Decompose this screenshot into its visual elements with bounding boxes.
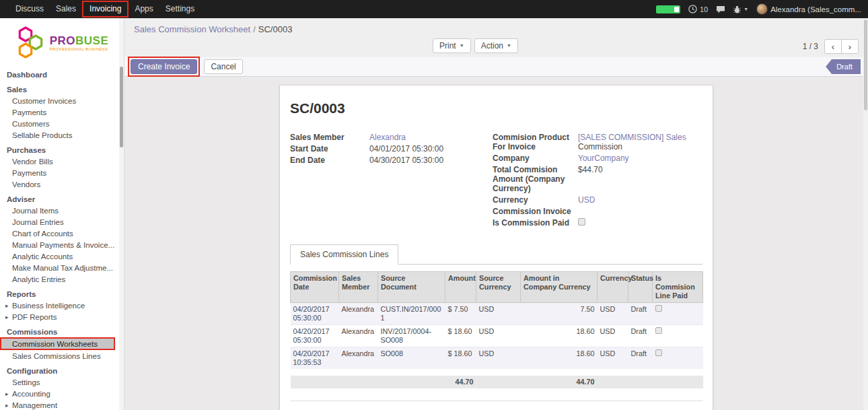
sidebar-section-adviser[interactable]: Adviser [0, 190, 124, 205]
chevron-down-icon: ▼ [507, 41, 511, 50]
chevron-down-icon: ▼ [460, 41, 464, 50]
column-header-is-commission-line-paid[interactable]: Is Commision Line Paid [653, 272, 703, 303]
sidebar-item-manual-payments-invoice[interactable]: Manual Payments & Invoice... [0, 239, 124, 250]
column-header-source-currency[interactable]: Source Currency [476, 272, 521, 303]
pager-next-button[interactable]: › [841, 39, 859, 54]
cell-source-currency: USD [476, 325, 521, 347]
column-header-commission-date[interactable]: Commission Date [291, 272, 339, 303]
sidebar-item-journal-items[interactable]: Journal Items [0, 205, 124, 216]
debug-menu[interactable]: ▼ [733, 5, 748, 13]
cancel-button[interactable]: Cancel [204, 59, 242, 74]
column-header-sales-member[interactable]: Sales Member [339, 272, 378, 303]
sidebar-item-accounting[interactable]: ▸Accounting [0, 388, 124, 399]
sidebar-section-sales[interactable]: Sales [0, 80, 124, 95]
user-menu[interactable]: Alexandra (Sales_comm... [756, 3, 861, 15]
logo-word: PROBUSE [50, 35, 109, 47]
line-paid-checkbox [655, 305, 662, 312]
clock-icon [688, 5, 697, 13]
status-badge: Draft [826, 59, 861, 74]
sidebar-scrollbar[interactable] [119, 18, 124, 410]
field-label: Commission Invoice [493, 207, 578, 216]
sidebar-item-sellable-products[interactable]: Sellable Products [0, 129, 124, 141]
sidebar-item-pdf-reports[interactable]: ▸PDF Reports [0, 311, 124, 322]
create-invoice-button[interactable]: Create Invoice [131, 59, 197, 74]
is-commission-paid-checkbox [578, 218, 585, 226]
sidebar-item-settings[interactable]: Settings [0, 376, 124, 388]
sidebar-item-label: Journal Entries [12, 217, 64, 227]
table-row[interactable]: 04/20/2017 05:30:00 Alexandra INV/2017/0… [291, 325, 703, 347]
sales-member-link[interactable]: Alexandra [369, 133, 406, 142]
sidebar-item-label: Journal Items [12, 206, 59, 215]
sidebar-section-reports[interactable]: Reports [0, 285, 124, 300]
nav-menu-invoicing[interactable]: Invoicing [83, 2, 127, 16]
sidebar-item-label: Management [12, 401, 57, 410]
sidebar-section-purchases[interactable]: Purchases [0, 141, 124, 156]
column-header-amount-company-currency[interactable]: Amount in Company Currency [521, 272, 598, 303]
sidebar-section-configuration[interactable]: Configuration [0, 362, 124, 376]
table-row[interactable]: 04/20/2017 10:35:53 Alexandra SO008 $ 18… [291, 347, 703, 370]
sidebar-section-commissions[interactable]: Commissions [0, 322, 124, 337]
main-scrollbar[interactable] [863, 18, 868, 410]
column-header-currency[interactable]: Currency [598, 272, 628, 303]
sidebar-item-chart-of-accounts[interactable]: Chart of Accounts [0, 228, 124, 239]
field-group-left: Sales Member Alexandra Start Date 04/01/… [290, 133, 492, 230]
sidebar-item-make-manual-tax-adjustment[interactable]: Make Manual Tax Adjustme... [0, 262, 124, 273]
sidebar-item-vendors[interactable]: Vendors [0, 178, 124, 190]
sidebar-item-label: Customer Invoices [12, 96, 76, 106]
expand-arrow-icon: ▸ [5, 401, 12, 410]
column-header-amount[interactable]: Amount [445, 272, 476, 303]
sidebar-item-analytic-entries[interactable]: Analytic Entries [0, 273, 124, 285]
sidebar-item-customer-invoices[interactable]: Customer Invoices [0, 95, 124, 106]
sidebar-item-payments-sales[interactable]: Payments [0, 106, 124, 118]
logo-hexagons-icon [15, 26, 45, 60]
print-button[interactable]: Print▼ [433, 38, 471, 53]
commission-product-rest: Commission [578, 142, 622, 151]
nav-menu-settings[interactable]: Settings [159, 0, 201, 18]
main-scrollbar-thumb[interactable] [864, 20, 867, 110]
sidebar-item-customers[interactable]: Customers [0, 118, 124, 129]
nav-menu-apps[interactable]: Apps [129, 0, 159, 18]
sidebar-scrollbar-thumb[interactable] [120, 67, 123, 147]
tab-sales-commission-lines[interactable]: Sales Commission Lines [290, 244, 398, 265]
expand-arrow-icon: ▸ [5, 389, 12, 399]
sidebar-item-business-intelligence[interactable]: ▸Business Intelligence [0, 300, 124, 311]
cell-amount-company-currency: 18.60 [521, 347, 598, 370]
table-row[interactable]: 04/20/2017 05:30:00 Alexandra CUST.IN/20… [291, 303, 703, 325]
pager-previous-button[interactable]: ‹ [824, 39, 842, 54]
sidebar-item-sales-commissions-lines[interactable]: Sales Commissions Lines [0, 350, 124, 362]
field-start-date: Start Date 04/01/2017 05:30:00 [290, 144, 492, 153]
sidebar-item-payments-purchases[interactable]: Payments [0, 167, 124, 178]
action-button[interactable]: Action▼ [474, 38, 518, 53]
messages-menu[interactable] [716, 5, 725, 13]
field-end-date: End Date 04/30/2017 05:30:00 [290, 156, 492, 165]
cell-commission-date: 04/20/2017 05:30:00 [291, 303, 339, 325]
column-header-source-document[interactable]: Source Document [378, 272, 445, 303]
currency-link[interactable]: USD [578, 195, 595, 205]
sidebar-item-label: Analytic Accounts [12, 252, 73, 261]
company-link[interactable]: YourCompany [578, 153, 629, 163]
record-title: SC/0003 [290, 100, 702, 116]
commission-product-link[interactable]: [SALES COMMISSION] Sales [578, 133, 686, 142]
cell-is-line-paid [653, 325, 703, 347]
column-header-status[interactable]: Status [628, 272, 653, 303]
nav-menu-sales[interactable]: Sales [50, 0, 82, 18]
annotation-box-create-invoice: Create Invoice [128, 57, 200, 77]
field-label: Total Commision Amount (Company Currency… [493, 165, 578, 193]
expand-arrow-icon: ▸ [5, 312, 12, 322]
cell-commission-date: 04/20/2017 05:30:00 [291, 325, 339, 347]
sidebar-item-management[interactable]: ▸Management [0, 399, 124, 410]
activities-menu[interactable]: 10 [688, 5, 708, 13]
sidebar-item-analytic-accounts[interactable]: Analytic Accounts [0, 250, 124, 262]
tab-bar: Sales Commission Lines [290, 244, 702, 265]
field-label: Currency [493, 195, 578, 205]
sidebar-item-commission-worksheets[interactable]: Commission Worksheets [0, 337, 115, 350]
sidebar-section-dashboard[interactable]: Dashboard [0, 65, 124, 80]
breadcrumb-parent-link[interactable]: Sales Commission Worksheet [134, 24, 250, 34]
cell-status: Draft [628, 303, 653, 325]
sidebar-item-label: Chart of Accounts [12, 229, 73, 238]
sidebar-item-journal-entries[interactable]: Journal Entries [0, 216, 124, 228]
nav-menu-discuss[interactable]: Discuss [9, 0, 50, 18]
sidebar-item-vendor-bills[interactable]: Vendor Bills [0, 156, 124, 167]
line-paid-checkbox [655, 349, 662, 356]
sidebar-item-label: Payments [12, 168, 46, 178]
